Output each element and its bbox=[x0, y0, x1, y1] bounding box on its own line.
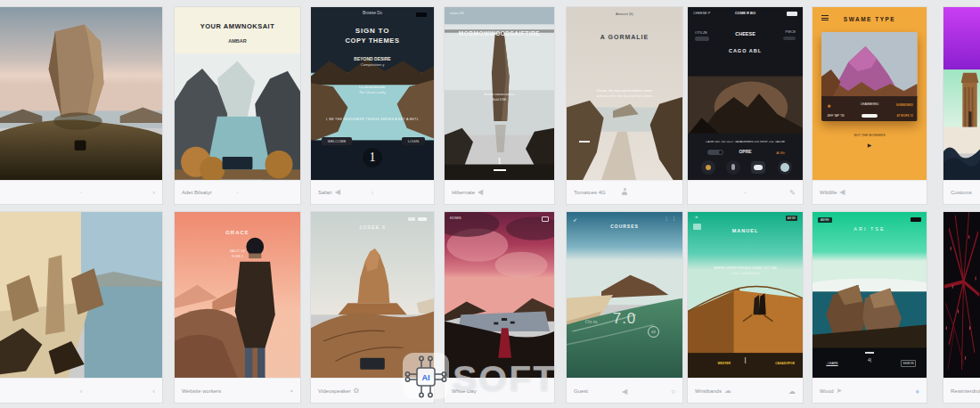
card-caption: Wildlife◀ bbox=[813, 180, 927, 204]
person-icon bbox=[621, 188, 628, 195]
battery-icon bbox=[416, 12, 427, 17]
right-label: PIECE bbox=[786, 30, 796, 34]
photo-dark-dashboard: CHEESE P COME R BO OTILZE CHEESE PIECE C… bbox=[688, 7, 803, 180]
speaker-icon: ◀ bbox=[478, 189, 483, 196]
photo-spire: news 4G MOBMOWWOODSAIFTIRE Before consec… bbox=[445, 7, 554, 180]
statusbar-right-tag: AM BE bbox=[786, 216, 797, 221]
statusbar-text: Amount (6) bbox=[567, 12, 682, 17]
welcome-button: WELCOME bbox=[322, 137, 352, 145]
shutter-icon: ○ bbox=[671, 387, 675, 395]
statusbar-left-icons: ▫ ⊕ bbox=[693, 216, 698, 219]
page-number: 1 bbox=[445, 155, 554, 167]
card-caption: Website workers ◔ bbox=[175, 378, 300, 403]
monolith-scene bbox=[0, 7, 162, 180]
droplet-icon: ● bbox=[915, 387, 919, 395]
band2-right-text: AT WORK 13 bbox=[896, 114, 912, 118]
cloud-icon: ☁ bbox=[788, 387, 796, 395]
template-card-dark-welcome[interactable]: Browse Do SIGN TO COPY THEMES BEYOND DES… bbox=[311, 7, 434, 204]
template-card-amber[interactable]: SWAME TYPE ✱ CHAMBERED SUMMONED JEFF TAP… bbox=[813, 7, 927, 204]
template-card-hazy[interactable]: Amount (6) A GORMALIE Person, this day a… bbox=[567, 7, 682, 204]
battery-icon bbox=[911, 217, 921, 222]
cloud-shape bbox=[754, 165, 763, 170]
card-caption: Safari◀ ▫ bbox=[311, 180, 434, 204]
page-number: 1 bbox=[363, 148, 382, 167]
watermark-text: SOFT bbox=[453, 358, 557, 400]
photo-crimson-lake: KIOSKS bbox=[445, 212, 554, 378]
screen-title: GRACE bbox=[175, 230, 300, 236]
template-card-wanderer[interactable]: GRACE SALUT US ROBE 2 Website workers ◔ bbox=[175, 212, 300, 403]
temple-scene bbox=[943, 69, 980, 180]
ai-chip-icon: AI bbox=[397, 351, 454, 403]
chevron-left-icon: ‹ bbox=[152, 387, 155, 395]
fineprint-strip: L BE THE DESIGNERS THINGS SERIES A BET A… bbox=[311, 118, 434, 121]
play-icon: ▶ bbox=[813, 143, 927, 149]
caption-label: Website workers bbox=[182, 388, 221, 394]
purple-block bbox=[943, 7, 980, 69]
template-card-monolith[interactable]: · › bbox=[0, 7, 162, 204]
photo-dark-welcome: Browse Do SIGN TO COPY THEMES BEYOND DES… bbox=[311, 7, 434, 180]
wanderer-scene bbox=[175, 212, 300, 378]
caption-label: Wristbands bbox=[695, 388, 722, 394]
card-caption: ◦ ✎ bbox=[688, 180, 803, 204]
pale-dot bbox=[780, 163, 789, 172]
chevron-left-icon: ‹ bbox=[80, 387, 83, 395]
speaker-icon: ◀ bbox=[839, 189, 845, 196]
photo-split-coast bbox=[0, 212, 162, 378]
gold-dot bbox=[706, 165, 711, 170]
ai-chip-watermark: AI bbox=[397, 351, 454, 403]
photo-monolith-sunset bbox=[0, 7, 162, 180]
subtitle-line2: ROBE 2 bbox=[175, 255, 300, 258]
dash-mark bbox=[865, 352, 874, 354]
row-accent-label: AI Bh bbox=[776, 151, 785, 155]
card-caption: Guest ◀ ○ bbox=[567, 378, 682, 403]
statusbar-left: KIOSKS bbox=[450, 216, 461, 220]
screen-title: 1OSEE 6 bbox=[311, 224, 434, 230]
cloud-icon: ☁ bbox=[724, 388, 731, 395]
template-card-emerald[interactable]: AM RE ARI TSE ..LEARN 4| SIGN IN Wood➤ ● bbox=[813, 212, 927, 403]
caption-label: Guest bbox=[574, 388, 588, 394]
caption-label: Wood bbox=[820, 388, 834, 394]
card-caption: · › bbox=[0, 180, 162, 204]
overlay-text-2: For Chases welly bbox=[311, 91, 434, 94]
overlay-text-2: Castro's new decoration bbox=[688, 273, 803, 275]
template-card-crimson-burst[interactable]: Rewinterdrobe bbox=[943, 212, 980, 403]
chevron-right-icon: › bbox=[152, 189, 155, 197]
statusbar-left-tag: AM RE bbox=[818, 217, 832, 223]
band-right-text: CASADOPOE bbox=[775, 362, 795, 365]
photo-beach-counter: ✓ ⋮ ⋮ COURSES On m. 7.0 63 bbox=[567, 212, 682, 378]
dash-mark bbox=[579, 141, 590, 143]
login-button: LOGIN bbox=[402, 137, 425, 145]
band-right-text: SUMMONED bbox=[896, 103, 913, 107]
camera-icon bbox=[542, 216, 549, 222]
caption-label: Customs bbox=[951, 190, 972, 195]
template-card-fjord[interactable]: YOUR AMWNOKSAIT AMBAR Adet Bilsatyr · bbox=[175, 7, 300, 204]
dune-scene bbox=[688, 212, 803, 378]
dot-icon: · bbox=[80, 189, 83, 197]
screen-title: ARI TSE bbox=[813, 226, 927, 232]
card-caption: Adet Bilsatyr · bbox=[175, 180, 300, 204]
badge-circle: 63 bbox=[648, 326, 659, 338]
overlay-text-1: Person, this day and this before comes bbox=[567, 89, 682, 93]
flower-icon: ✿ bbox=[354, 388, 360, 395]
template-card-dune[interactable]: ▫ ⊕ AM BE MANUEL WHERE ORDER FRIENDS ORD… bbox=[688, 212, 803, 403]
template-card-purple[interactable]: Customs bbox=[943, 7, 980, 204]
below-card-text: NOT THE WORKERS bbox=[813, 134, 927, 137]
big-number-overlay: 7.0 bbox=[567, 310, 682, 328]
photo-fjord-cover: YOUR AMWNOKSAIT AMBAR bbox=[175, 7, 300, 180]
template-card-dark-dashboard[interactable]: CHEESE P COME R BO OTILZE CHEESE PIECE C… bbox=[688, 7, 803, 204]
ai-chip-label: AI bbox=[422, 373, 430, 382]
crimson-lake-scene bbox=[445, 212, 554, 378]
template-card-spire[interactable]: news 4G MOBMOWWOODSAIFTIRE Before consec… bbox=[445, 7, 554, 204]
overlay-text-1: Before consecrations bbox=[445, 93, 554, 96]
photo-emerald-boulders: AM RE ARI TSE ..LEARN 4| SIGN IN bbox=[813, 212, 927, 378]
subtitle-line2: Composition y bbox=[311, 63, 434, 68]
template-card-split-coast[interactable]: ‹ ‹ bbox=[0, 212, 162, 403]
left-pill bbox=[695, 37, 709, 41]
glyph-dot bbox=[731, 164, 735, 170]
split-coast-scene bbox=[0, 212, 162, 378]
screen-title: COURSES bbox=[567, 224, 682, 230]
underline bbox=[494, 169, 506, 171]
pencil-icon: ✎ bbox=[789, 189, 796, 197]
contrast-icon: ◔ bbox=[289, 387, 293, 395]
template-card-beach[interactable]: ✓ ⋮ ⋮ COURSES On m. 7.0 63 Guest ◀ ○ bbox=[567, 212, 682, 403]
